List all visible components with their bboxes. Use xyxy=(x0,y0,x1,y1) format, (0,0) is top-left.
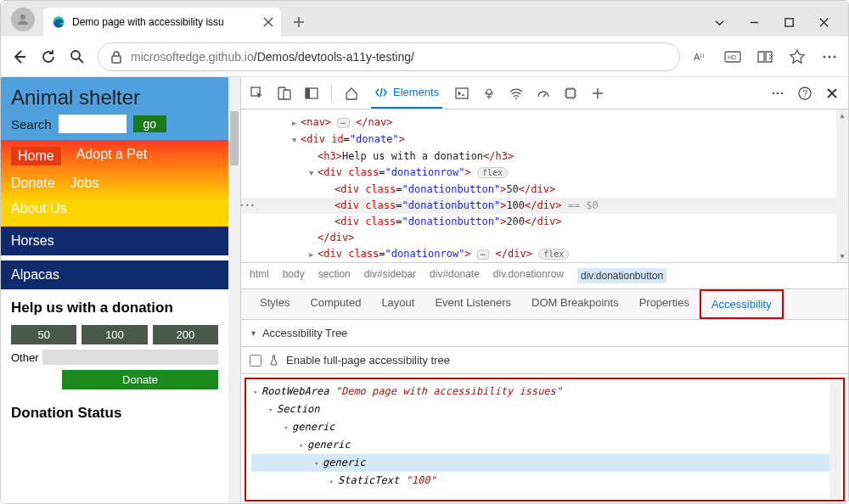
status-heading: Donation Status xyxy=(11,405,218,422)
nav-jobs[interactable]: Jobs xyxy=(70,176,99,191)
read-aloud-icon[interactable]: A⁾⁾ xyxy=(692,48,709,65)
lock-icon xyxy=(110,50,122,64)
page-scrollbar[interactable] xyxy=(228,77,240,504)
minimize-icon[interactable] xyxy=(749,17,760,28)
tab-title: Demo page with accessibility issu xyxy=(72,16,256,28)
browser-toolbar: microsoftedge.github.io/Demos/devtools-a… xyxy=(1,36,848,77)
titlebar: Demo page with accessibility issu xyxy=(1,1,848,36)
svg-point-9 xyxy=(829,55,831,58)
page-title: Animal shelter xyxy=(11,86,218,109)
subtab-layout[interactable]: Layout xyxy=(371,289,424,319)
svg-rect-15 xyxy=(306,88,310,98)
dom-tree[interactable]: ▶<nav> ⋯ </nav> ▼<div id="donate"> <h3>H… xyxy=(241,109,848,262)
nav-donate[interactable]: Donate xyxy=(11,176,55,191)
svg-point-18 xyxy=(515,98,517,99)
other-label: Other xyxy=(11,351,39,364)
code-icon xyxy=(374,86,388,99)
svg-rect-13 xyxy=(284,90,290,99)
favorite-icon[interactable] xyxy=(789,48,806,65)
browser-tab[interactable]: Demo page with accessibility issu xyxy=(43,8,281,36)
nav-home[interactable]: Home xyxy=(11,147,61,165)
subtab-dombp[interactable]: DOM Breakpoints xyxy=(521,289,629,319)
search-icon[interactable] xyxy=(69,48,86,65)
subtab-props[interactable]: Properties xyxy=(629,289,700,319)
devtools-more-icon[interactable] xyxy=(770,86,785,101)
acc-tree-heading[interactable]: ▼Accessibility Tree xyxy=(241,320,848,347)
donate-heading: Help us with a donation xyxy=(11,300,218,316)
subtab-computed[interactable]: Computed xyxy=(300,289,371,319)
svg-rect-16 xyxy=(456,88,468,98)
subtab-events[interactable]: Event Listeners xyxy=(424,289,521,319)
svg-point-0 xyxy=(20,14,25,20)
hd-icon[interactable]: HD xyxy=(724,48,741,65)
category-alpacas[interactable]: Alpacas xyxy=(1,260,228,289)
fullpage-tree-label: Enable full-page accessibility tree xyxy=(286,354,450,367)
svg-rect-19 xyxy=(566,89,575,98)
subtab-styles[interactable]: Styles xyxy=(250,289,300,319)
close-window-icon[interactable] xyxy=(818,17,829,28)
dom-scrollbar[interactable]: ▲▼ xyxy=(836,109,848,262)
svg-point-22 xyxy=(781,92,784,94)
donate-100[interactable]: 100 xyxy=(82,325,147,344)
device-icon[interactable] xyxy=(277,86,292,101)
address-bar[interactable]: microsoftedge.github.io/Demos/devtools-a… xyxy=(98,42,680,71)
svg-point-20 xyxy=(773,92,775,94)
svg-rect-4 xyxy=(112,56,121,63)
welcome-icon[interactable] xyxy=(344,86,359,101)
svg-point-21 xyxy=(777,92,779,94)
nav-about[interactable]: About Us xyxy=(11,201,67,216)
accessibility-tree[interactable]: ▾RootWebArea "Demo page with accessibili… xyxy=(245,378,845,501)
devtools-tabs: Elements ? xyxy=(241,77,848,109)
donate-200[interactable]: 200 xyxy=(153,325,218,344)
accessibility-panel: ▼Accessibility Tree Enable full-page acc… xyxy=(241,320,848,504)
close-devtools-icon[interactable] xyxy=(824,86,840,101)
subtab-accessibility[interactable]: Accessibility xyxy=(700,289,784,319)
search-label: Search xyxy=(11,117,52,132)
tab-elements[interactable]: Elements xyxy=(371,78,442,109)
nav-adopt[interactable]: Adopt a Pet xyxy=(76,147,148,165)
search-input[interactable] xyxy=(59,115,127,133)
svg-point-17 xyxy=(486,89,492,94)
dom-breadcrumbs[interactable]: html body section div#sidebar div#donate… xyxy=(241,262,848,289)
svg-point-8 xyxy=(824,55,826,58)
svg-rect-2 xyxy=(785,19,793,26)
profile-button[interactable] xyxy=(11,8,35,31)
svg-point-3 xyxy=(71,51,80,59)
other-input[interactable] xyxy=(42,350,218,365)
go-button[interactable]: go xyxy=(133,115,167,132)
performance-icon[interactable] xyxy=(536,86,551,101)
svg-text:A⁾⁾: A⁾⁾ xyxy=(694,52,705,62)
reader-icon[interactable] xyxy=(756,48,773,65)
chevron-down-icon[interactable] xyxy=(714,17,725,28)
fullpage-tree-checkbox[interactable] xyxy=(250,355,261,367)
more-icon[interactable] xyxy=(821,48,838,65)
inspect-icon[interactable] xyxy=(250,86,265,101)
svg-text:?: ? xyxy=(803,89,808,98)
donate-button[interactable]: Donate xyxy=(62,370,218,389)
panel-icon[interactable] xyxy=(304,86,319,101)
category-horses[interactable]: Horses xyxy=(1,227,228,255)
new-tab-button[interactable] xyxy=(286,9,312,35)
edge-icon xyxy=(52,15,65,29)
flask-icon xyxy=(268,355,279,366)
back-icon[interactable] xyxy=(11,48,28,65)
sources-icon[interactable] xyxy=(481,86,497,101)
svg-point-10 xyxy=(834,55,836,58)
memory-icon[interactable] xyxy=(563,86,578,101)
styles-subtabs: Styles Computed Layout Event Listeners D… xyxy=(241,289,848,320)
network-icon[interactable] xyxy=(509,86,524,101)
url-text: microsoftedge.github.io/Demos/devtools-a… xyxy=(131,50,667,64)
main-nav: Home Adopt a Pet Donate Jobs About Us xyxy=(1,140,228,227)
svg-text:HD: HD xyxy=(728,54,736,60)
devtools: Elements ? ▶<nav> ⋯ </nav> ▼<div id="don… xyxy=(240,77,848,504)
add-tab-icon[interactable] xyxy=(590,86,605,101)
maximize-icon[interactable] xyxy=(784,17,795,28)
page-viewport: Animal shelter Search go Home Adopt a Pe… xyxy=(1,77,240,504)
help-icon[interactable]: ? xyxy=(797,86,812,101)
close-tab-icon[interactable] xyxy=(262,16,274,28)
acc-scrollbar[interactable] xyxy=(829,381,841,498)
donate-50[interactable]: 50 xyxy=(11,325,76,344)
refresh-icon[interactable] xyxy=(40,48,57,65)
console-icon[interactable] xyxy=(454,86,469,101)
